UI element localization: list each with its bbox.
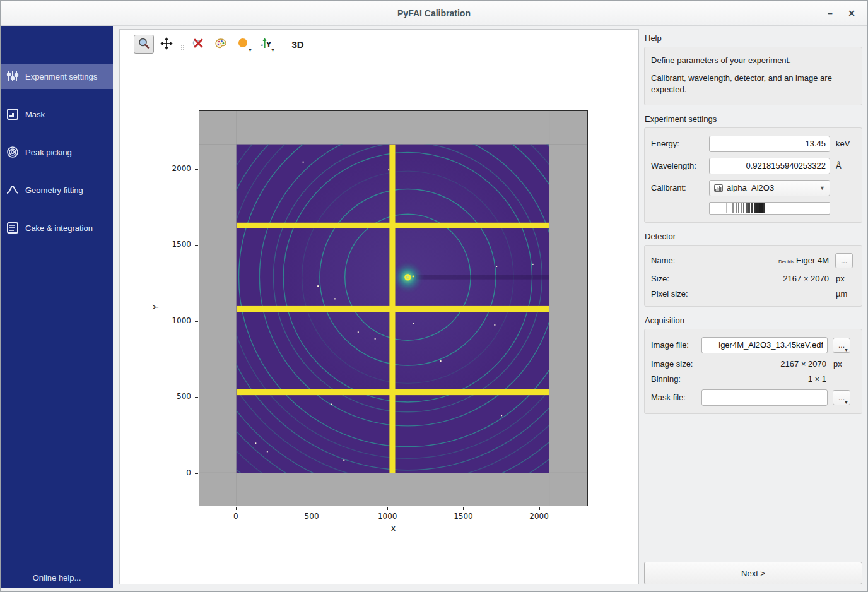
y-tick — [195, 245, 198, 246]
caret-down-icon: ▼ — [844, 400, 848, 405]
caret-down-icon: ▼ — [844, 348, 848, 352]
sidebar-item-peak-picking[interactable]: Peak picking — [1, 139, 113, 165]
x-tick — [539, 507, 540, 510]
y-tick — [195, 397, 198, 398]
detector-size-unit: px — [830, 274, 855, 283]
acquisition-box: Image file: ...▼ Image size: 2167 × 2070… — [644, 329, 862, 414]
energy-label: Energy: — [651, 139, 709, 148]
x-tick-label: 1000 — [375, 512, 400, 521]
x-tick — [312, 507, 312, 510]
y-tick-label: 2000 — [161, 164, 191, 173]
detector-title: Detector — [645, 232, 862, 241]
experiment-settings-box: Energy: keV Wavelength: Å Calibrant: alp… — [644, 127, 862, 223]
calibrant-ring-bar — [741, 203, 742, 213]
detector-browse-button[interactable]: ... — [835, 253, 853, 268]
binning-value: 1 × 1 — [701, 374, 828, 384]
y-axis-label: Y — [151, 305, 160, 310]
calibrant-select[interactable]: alpha_Al2O3 ▼ — [709, 180, 830, 196]
settings-panel: Help Define parameters of your experimen… — [644, 26, 862, 591]
window-title: PyFAI Calibration — [1, 1, 867, 26]
sidebar-item-label: Mask — [25, 110, 45, 119]
calibrant-ring-bar — [746, 203, 748, 213]
y-tick — [195, 169, 198, 170]
y-tick-label: 500 — [161, 392, 191, 401]
sidebar-item-cake-integration[interactable]: Cake & integration — [1, 215, 113, 240]
stacked-lines-icon — [6, 221, 20, 235]
online-help-link[interactable]: Online help... — [1, 573, 113, 583]
calibrant-rings-preview — [709, 202, 830, 215]
rings-icon — [6, 145, 20, 159]
sidebar-item-label: Geometry fitting — [25, 186, 83, 195]
help-title: Help — [645, 33, 862, 43]
y-tick-label: 1000 — [161, 316, 191, 325]
x-tick — [236, 507, 237, 510]
sidebar: Experiment settings Mask Peak picking — [1, 26, 113, 588]
help-text-line2: Calibrant, wavelength, detector, and an … — [651, 73, 855, 95]
y-tick — [195, 321, 198, 322]
x-axis-label: X — [199, 524, 588, 533]
detector-size-label: Size: — [651, 274, 701, 283]
calibrant-label: Calibrant: — [651, 183, 709, 192]
detector-image — [199, 111, 587, 506]
plot-panel: ▼ a Y ▼ 3D — [119, 29, 639, 584]
detector-name-value: Eiger 4M — [796, 256, 829, 265]
calibrant-ring-bar — [732, 203, 734, 213]
help-box: Define parameters of your experiment. Ca… — [644, 47, 862, 105]
image-file-browse-button[interactable]: ...▼ — [833, 338, 850, 353]
energy-unit: keV — [830, 139, 855, 148]
next-button[interactable]: Next > — [644, 562, 862, 584]
minimize-button[interactable]: – — [822, 6, 838, 21]
wavelength-field[interactable] — [709, 158, 830, 174]
detector-brand: Dectris — [778, 259, 794, 264]
mask-file-browse-button[interactable]: ...▼ — [833, 390, 850, 405]
sidebar-item-geometry-fitting[interactable]: Geometry fitting — [1, 177, 113, 203]
sidebar-item-experiment-settings[interactable]: Experiment settings — [1, 64, 113, 89]
title-bar: PyFAI Calibration – ✕ — [1, 1, 867, 26]
detector-name-label: Name: — [651, 256, 701, 265]
wavelength-label: Wavelength: — [651, 161, 709, 170]
experiment-settings-title: Experiment settings — [645, 114, 862, 124]
caret-down-icon: ▼ — [819, 185, 825, 191]
mask-file-field[interactable] — [701, 389, 828, 406]
energy-field[interactable] — [709, 136, 830, 152]
y-tick — [195, 473, 198, 474]
calibrant-ring-bar — [748, 203, 750, 213]
sidebar-item-label: Experiment settings — [25, 72, 97, 81]
wavelength-unit: Å — [830, 161, 855, 170]
pixel-size-unit: µm — [830, 289, 855, 299]
image-size-label: Image size: — [651, 359, 701, 369]
calibrant-icon — [714, 184, 723, 192]
image-size-value: 2167 × 2070 — [701, 359, 828, 369]
x-tick-label: 1500 — [450, 512, 476, 521]
calibrant-ring-bar — [763, 203, 765, 213]
image-file-label: Image file: — [651, 340, 701, 350]
x-tick — [463, 507, 464, 510]
detector-box: Name: DectrisEiger 4M ... Size: 2167 × 2… — [644, 245, 862, 307]
sidebar-item-mask[interactable]: Mask — [1, 102, 113, 127]
help-text-line1: Define parameters of your experiment. — [651, 55, 855, 66]
calibrant-value: alpha_Al2O3 — [727, 183, 774, 192]
x-tick-label: 500 — [299, 512, 324, 521]
pixel-size-label: Pixel size: — [651, 289, 701, 299]
close-button[interactable]: ✕ — [843, 6, 860, 21]
app-window: PyFAI Calibration – ✕ Experiment setting… — [0, 0, 868, 592]
image-size-unit: px — [828, 359, 855, 369]
x-tick-label: 0 — [223, 512, 249, 521]
y-tick-label: 0 — [161, 468, 191, 477]
mask-icon — [6, 107, 20, 121]
calibrant-ring-bar — [726, 203, 727, 213]
y-tick-label: 1500 — [161, 240, 191, 249]
sidebar-item-label: Peak picking — [25, 148, 72, 157]
mask-file-label: Mask file: — [651, 393, 701, 402]
image-file-field[interactable] — [701, 337, 828, 353]
detector-size-value: 2167 × 2070 — [701, 274, 830, 283]
calibrant-ring-bar — [738, 203, 739, 213]
binning-label: Binning: — [651, 374, 701, 384]
calibrant-ring-bar — [751, 203, 753, 213]
peak-curve-icon — [6, 183, 20, 197]
plot-axes[interactable] — [199, 110, 588, 506]
figure: X Y 05001000150020000500100015002000 — [120, 30, 638, 584]
acquisition-title: Acquisition — [645, 316, 862, 325]
calibrant-ring-bar — [736, 203, 737, 213]
x-tick-label: 2000 — [527, 512, 552, 521]
